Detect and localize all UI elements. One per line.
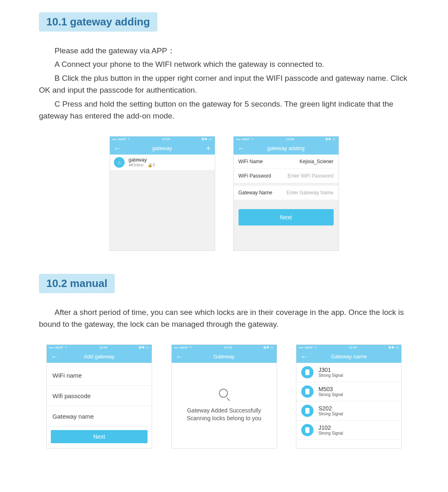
status-line-1: Gateway Added Successfully — [187, 407, 261, 415]
wifi-icon: ᯤ — [251, 137, 255, 141]
wifi-icon: ᯤ — [189, 346, 193, 349]
bluetooth-icon: ⚢✱ — [263, 346, 269, 349]
bluetooth-icon: ⚢✱ — [139, 346, 145, 349]
navbar-scanning: ← Gateway — [172, 351, 277, 363]
screenshot-gateway-adding: ••••A&ATᯤ 16:58 ⚢✱▭ ← gateway adding WiF… — [233, 136, 339, 251]
wifi-icon: ᯤ — [127, 137, 131, 141]
screenshot-lock-list: ••••A&ATᯤ 16:59 ⚢✱▭ ← Gateway name J301S… — [296, 344, 402, 449]
battery-icon: ▭ — [396, 346, 399, 349]
status-bar: ••••A&ATᯤ 16:59 ⚢✱▭ — [172, 345, 277, 351]
lock-icon — [301, 424, 314, 436]
navbar-title: Add gateway — [84, 353, 114, 360]
status-bar: ••••A&ATᯤ 16:59 ⚢✱▭ — [47, 345, 152, 351]
back-icon[interactable]: ← — [51, 353, 58, 360]
lock-list-item[interactable]: J301Strong Signal — [296, 363, 401, 382]
status-bar: ••••A&ATᯤ 16:56 ⚢✱▭ — [110, 137, 215, 142]
step-a: A Connect your phone to the WIFI network… — [39, 58, 409, 70]
wifi-password-placeholder: Enter WiFi Password — [287, 173, 333, 179]
battery-icon: ▭ — [209, 137, 212, 141]
section-10-1-title: 10.1 gateway adding — [39, 12, 157, 32]
navbar-gateway: ← gateway + — [110, 142, 215, 155]
gateway-name-field[interactable]: Gateway name — [47, 406, 152, 427]
gateway-item-name: gateway — [129, 157, 155, 163]
screenshot-scanning: ••••A&ATᯤ 16:59 ⚢✱▭ ← Gateway Gateway Ad… — [171, 344, 277, 449]
back-icon[interactable]: ← — [238, 145, 245, 152]
step-b: B Click the plus button in the upper rig… — [39, 72, 409, 96]
next-button[interactable]: Next — [239, 209, 334, 226]
screenshot-add-gateway: ••••A&ATᯤ 16:59 ⚢✱▭ ← Add gateway WiFi n… — [46, 344, 152, 449]
search-icon — [218, 389, 230, 401]
battery-icon: ▭ — [332, 137, 336, 141]
navbar-lock-list: ← Gateway name — [296, 351, 401, 363]
step-c: C Press and hold the setting button on t… — [39, 98, 409, 122]
add-gateway-icon[interactable]: + — [206, 145, 211, 152]
lock-icon — [301, 385, 314, 398]
lock-list-item[interactable]: S202Strong Signal — [296, 401, 401, 421]
status-bar: ••••A&ATᯤ 16:58 ⚢✱▭ — [234, 137, 339, 142]
lock-icon — [301, 366, 314, 378]
wifi-icon: ᯤ — [65, 346, 68, 349]
gateway-list-item[interactable]: ⌂ gateway ⇄Online 🔒0 — [110, 155, 215, 171]
navbar-gateway-adding: ← gateway adding — [234, 142, 339, 155]
status-bar: ••••A&ATᯤ 16:59 ⚢✱▭ — [296, 345, 401, 351]
wifi-name-value: Kejixia_Sciener — [300, 159, 334, 164]
bluetooth-icon: ⚢✱ — [201, 137, 207, 141]
gateway-name-placeholder: Enter Gateway Name — [287, 190, 334, 196]
wifi-name-row[interactable]: WiFi Name Kejixia_Sciener — [234, 155, 339, 169]
navbar-title: gateway adding — [267, 145, 305, 151]
lock-icon — [301, 405, 314, 417]
intro-line: Please add the gateway via APP： — [39, 45, 409, 57]
wifi-passcode-field[interactable]: Wifi passcode — [47, 386, 152, 406]
bluetooth-icon: ⚢✱ — [388, 346, 394, 349]
battery-icon: ▭ — [146, 346, 149, 349]
lock-list-item[interactable]: J102Strong Signal — [296, 421, 401, 440]
navbar-title: Gateway name — [331, 353, 366, 360]
back-icon[interactable]: ← — [176, 353, 183, 360]
next-button[interactable]: Next — [51, 430, 148, 443]
screenshot-gateway-list: ••••A&ATᯤ 16:56 ⚢✱▭ ← gateway + ⌂ gatewa… — [109, 136, 215, 251]
navbar-title: Gateway — [214, 353, 234, 360]
wifi-name-field[interactable]: WiFi name — [47, 365, 152, 386]
back-icon[interactable]: ← — [114, 145, 121, 152]
navbar-add-gateway: ← Add gateway — [47, 351, 152, 363]
gateway-icon: ⌂ — [114, 157, 125, 168]
wifi-icon: ᯤ — [314, 346, 318, 349]
navbar-title: gateway — [152, 145, 172, 151]
section-10-2-title: 10.2 manual — [39, 274, 115, 293]
wifi-password-row[interactable]: WiFi Password Enter WiFi Password — [234, 169, 339, 183]
bluetooth-icon: ⚢✱ — [325, 137, 331, 141]
status-line-2: Scanning locks belong to you — [186, 415, 261, 422]
back-icon[interactable]: ← — [300, 353, 308, 360]
battery-icon: ▭ — [271, 346, 274, 349]
lock-list-item[interactable]: M503Strong Signal — [296, 382, 401, 401]
section-10-2-text: After a short period of time, you can se… — [39, 306, 409, 330]
gateway-name-row[interactable]: Gateway Name Enter Gateway Name — [234, 186, 339, 200]
